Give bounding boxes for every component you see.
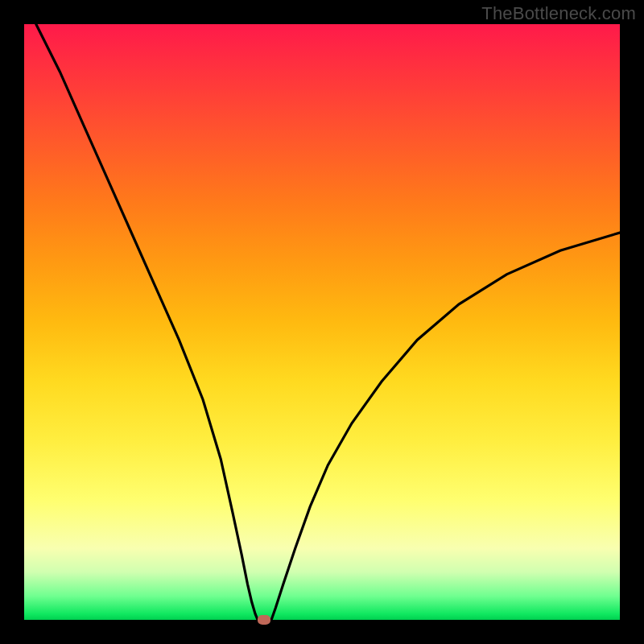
chart-plot-area xyxy=(24,24,620,620)
chart-frame: TheBottleneck.com xyxy=(0,0,644,644)
curve-layer xyxy=(24,24,620,620)
watermark-label: TheBottleneck.com xyxy=(481,3,636,24)
bottleneck-curve xyxy=(36,24,620,620)
optimum-marker xyxy=(258,615,270,625)
